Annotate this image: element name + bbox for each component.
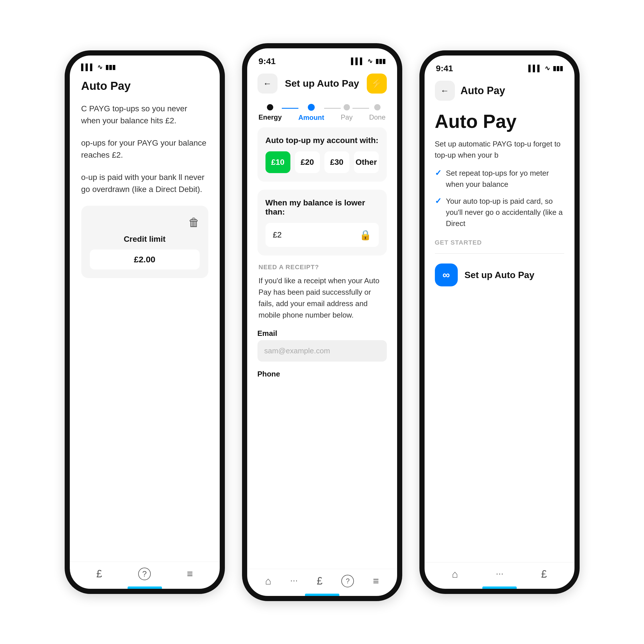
nav-home-right[interactable]: ⌂ <box>452 568 458 580</box>
receipt-section-label: NEED A RECEIPT? <box>259 263 386 271</box>
left-text-1: C PAYG top-ups so you never when your ba… <box>81 103 208 128</box>
nav-dots[interactable]: ⋅⋅⋅ <box>290 576 298 586</box>
back-button[interactable]: ← <box>257 74 278 94</box>
amount-options: £10 £20 £30 Other <box>265 151 379 173</box>
battery-icon: ▮▮▮ <box>375 58 386 65</box>
step-line-3 <box>352 108 369 109</box>
step-energy: Energy <box>259 104 282 121</box>
right-back-button[interactable]: ← <box>435 81 455 101</box>
left-page-title: Auto Pay <box>81 80 131 92</box>
step-line-1 <box>282 108 298 109</box>
phone-center: 9:41 ▌▌▌ ∿ ▮▮▮ ← Set up Auto Pay ⚡ Energ… <box>242 43 402 601</box>
trash-icon[interactable]: 🗑 <box>188 216 200 229</box>
center-page-title: Set up Auto Pay <box>285 78 359 89</box>
nav-help[interactable]: ? <box>341 575 354 587</box>
phone-right: 9:41 ▌▌▌ ∿ ▮▮▮ ← Auto Pay Auto Pay Set u… <box>419 50 580 594</box>
amount-other-button[interactable]: Other <box>354 151 379 173</box>
pound-icon: £ <box>541 568 547 580</box>
right-time: 9:41 <box>436 64 453 73</box>
signal-icon: ▌▌▌ <box>81 64 95 71</box>
nav-item-menu[interactable]: ≡ <box>187 568 193 580</box>
bottom-nav-center: ⌂ ⋅⋅⋅ £ ? ≡ <box>247 569 397 596</box>
step-line-2 <box>324 108 341 109</box>
balance-value: £2 <box>273 230 282 239</box>
checklist: ✓ Set repeat top-ups for yo meter when y… <box>435 168 564 229</box>
home-icon: ⌂ <box>452 568 458 580</box>
check-text-2: Your auto top-up is paid card, so you'll… <box>446 196 564 229</box>
setup-btn-label: Set up Auto Pay <box>465 270 534 280</box>
amount-20-button[interactable]: £20 <box>295 151 320 173</box>
amount-30-button[interactable]: £30 <box>324 151 349 173</box>
bottom-nav-left: £ ? ≡ <box>70 562 220 589</box>
question-icon: ? <box>138 568 151 580</box>
credit-limit-value: £2.00 <box>90 249 200 270</box>
wifi-icon: ∿ <box>545 65 550 72</box>
nav-pound-right[interactable]: £ <box>541 568 547 580</box>
left-header: Auto Pay <box>70 74 220 97</box>
step-label-pay: Pay <box>341 113 352 121</box>
dots-icon: ⋅⋅⋅ <box>496 569 504 579</box>
checkmark-icon-1: ✓ <box>435 168 441 178</box>
nav-dots-right[interactable]: ⋅⋅⋅ <box>496 569 504 579</box>
get-started-label: GET STARTED <box>435 239 564 246</box>
pound-icon: £ <box>96 568 102 580</box>
topup-card: Auto top-up my account with: £10 £20 £30… <box>257 127 387 182</box>
step-label-amount: Amount <box>298 114 324 122</box>
left-signal-group: ▌▌▌ ∿ ▮▮▮ <box>81 64 116 71</box>
dots-icon: ⋅⋅⋅ <box>290 576 298 586</box>
nav-menu[interactable]: ≡ <box>373 575 379 587</box>
step-label-energy: Energy <box>259 113 282 121</box>
right-hero-title: Auto Pay <box>435 111 564 132</box>
left-text-3: o-up is paid with your bank ll never go … <box>81 171 208 197</box>
nav-item-help[interactable]: ? <box>138 568 151 580</box>
infinity-icon: ∞ <box>435 263 458 286</box>
center-header: ← Set up Auto Pay ⚡ <box>247 69 397 98</box>
credit-limit-label: Credit limit <box>90 235 200 244</box>
nav-active-indicator-right <box>482 586 517 589</box>
nav-item-balance[interactable]: £ <box>96 568 102 580</box>
status-bar-center: 9:41 ▌▌▌ ∿ ▮▮▮ <box>247 48 397 69</box>
home-icon: ⌂ <box>265 575 272 587</box>
step-done: Done <box>369 104 385 121</box>
step-dot-amount <box>308 104 315 111</box>
left-text-2: op-ups for your PAYG your balance reache… <box>81 137 208 163</box>
email-input[interactable]: sam@example.com <box>257 340 387 362</box>
nav-home[interactable]: ⌂ <box>265 575 272 587</box>
setup-autopay-button[interactable]: ∞ Set up Auto Pay <box>435 261 564 289</box>
step-pay: Pay <box>341 104 352 121</box>
signal-icon: ▌▌▌ <box>351 58 364 65</box>
phone-field-group: Phone <box>257 370 387 379</box>
bottom-nav-right: ⌂ ⋅⋅⋅ £ <box>425 562 574 589</box>
nav-active-indicator <box>128 586 162 589</box>
status-bar-left: ▌▌▌ ∿ ▮▮▮ <box>70 56 220 74</box>
step-amount: Amount <box>298 104 324 122</box>
receipt-description: If you'd like a receipt when your Auto P… <box>259 275 386 321</box>
left-body: C PAYG top-ups so you never when your ba… <box>70 97 220 562</box>
receipt-section: NEED A RECEIPT? If you'd like a receipt … <box>257 263 387 321</box>
step-label-done: Done <box>369 113 385 121</box>
balance-card: When my balance is lower than: £2 🔒 <box>257 190 387 255</box>
back-arrow-icon: ← <box>263 79 272 88</box>
check-item-2: ✓ Your auto top-up is paid card, so you'… <box>435 196 564 229</box>
lightning-button[interactable]: ⚡ <box>367 74 387 94</box>
amount-10-button[interactable]: £10 <box>265 151 290 173</box>
signal-icon: ▌▌▌ <box>528 65 542 72</box>
left-card: 🗑 Credit limit £2.00 <box>81 206 208 278</box>
right-page-title: Auto Pay <box>461 85 505 97</box>
right-header: ← Auto Pay <box>425 76 574 105</box>
battery-icon: ▮▮▮ <box>105 64 116 71</box>
lock-icon: 🔒 <box>359 229 371 241</box>
center-body: Auto top-up my account with: £10 £20 £30… <box>247 124 397 569</box>
phone-label: Phone <box>257 370 387 379</box>
center-time: 9:41 <box>259 56 276 66</box>
nav-pound[interactable]: £ <box>317 575 322 587</box>
menu-icon: ≡ <box>373 575 379 587</box>
step-dot-pay <box>344 104 350 110</box>
phone-left: ▌▌▌ ∿ ▮▮▮ Auto Pay C PAYG top-ups so you… <box>65 50 225 594</box>
right-description: Set up automatic PAYG top-u forget to to… <box>435 138 564 161</box>
balance-row: £2 🔒 <box>265 223 379 247</box>
step-dot-energy <box>267 104 273 110</box>
lightning-icon: ⚡ <box>370 78 383 90</box>
scene: ▌▌▌ ∿ ▮▮▮ Auto Pay C PAYG top-ups so you… <box>0 0 644 644</box>
pound-icon: £ <box>317 575 322 587</box>
